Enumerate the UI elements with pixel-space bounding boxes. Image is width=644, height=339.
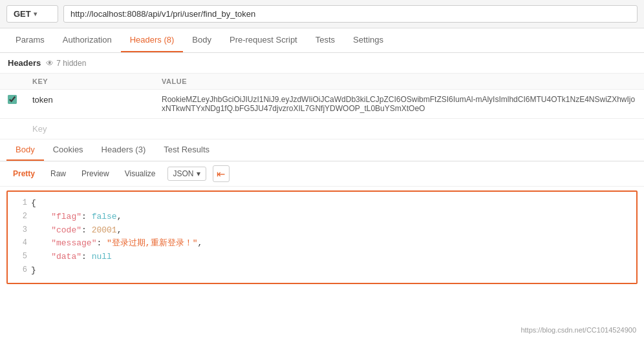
- json-line-6: 6}: [14, 264, 630, 278]
- body-tab-body[interactable]: Body: [6, 139, 44, 161]
- json-content-2: "flag": false,: [31, 211, 630, 224]
- wrap-icon[interactable]: ⇤: [213, 165, 230, 182]
- tab-authorization[interactable]: Authorization: [54, 28, 121, 52]
- kv-row-1: Key: [0, 119, 644, 139]
- tab-params[interactable]: Params: [6, 28, 54, 52]
- kv-value-0: RookieMZLeyJhbGciOiJIUzI1NiJ9.eyJzdWIiOi…: [154, 90, 644, 119]
- kv-value-1: [154, 119, 644, 139]
- json-content-1: {: [31, 197, 630, 211]
- resp-btn-pretty[interactable]: Pretty: [6, 167, 41, 181]
- response-toolbar: PrettyRawPreviewVisualizeJSON ▾⇤: [0, 161, 644, 187]
- method-label: GET: [14, 9, 31, 19]
- resp-btn-preview[interactable]: Preview: [75, 167, 116, 181]
- line-num-6: 6: [14, 264, 27, 278]
- kv-row-0: tokenRookieMZLeyJhbGciOiJIUzI1NiJ9.eyJzd…: [0, 90, 644, 119]
- line-num-3: 3: [14, 224, 27, 238]
- method-chevron-icon: ▾: [34, 10, 37, 17]
- watermark: https://blog.csdn.net/CC1014524900: [521, 326, 636, 334]
- tab-pre-request-script[interactable]: Pre-request Script: [220, 28, 306, 52]
- row-checkbox-0[interactable]: [8, 95, 17, 104]
- kv-table: KEY VALUE tokenRookieMZLeyJhbGciOiJIUzI1…: [0, 74, 644, 139]
- body-tab-row: BodyCookiesHeaders (3)Test Results: [0, 139, 644, 161]
- line-num-4: 4: [14, 237, 27, 251]
- kv-key-0: token: [25, 90, 154, 119]
- cb-col-header: [0, 74, 25, 90]
- json-line-5: 5 "data": null: [14, 251, 630, 264]
- json-content-3: "code": 20001,: [31, 224, 630, 238]
- format-label: JSON: [173, 169, 194, 178]
- kv-key-placeholder-1[interactable]: Key: [25, 119, 154, 139]
- resp-btn-raw[interactable]: Raw: [44, 167, 72, 181]
- resp-btn-visualize[interactable]: Visualize: [118, 167, 162, 181]
- line-num-1: 1: [14, 197, 27, 211]
- line-num-2: 2: [14, 211, 27, 224]
- json-line-2: 2 "flag": false,: [14, 211, 630, 224]
- method-select[interactable]: GET ▾: [6, 5, 58, 23]
- url-bar: GET ▾: [0, 0, 644, 28]
- tab-headers--8-[interactable]: Headers (8): [121, 28, 184, 52]
- eye-icon: 👁: [46, 59, 54, 68]
- json-viewer: 1{2 "flag": false,3 "code": 20001,4 "mes…: [8, 192, 636, 283]
- body-tab-headers--3-[interactable]: Headers (3): [92, 139, 155, 161]
- tab-body[interactable]: Body: [183, 28, 220, 52]
- json-box: 1{2 "flag": false,3 "code": 20001,4 "mes…: [6, 190, 638, 284]
- json-content-6: }: [31, 264, 630, 278]
- key-col-header: KEY: [25, 74, 154, 90]
- body-tab-cookies[interactable]: Cookies: [44, 139, 92, 161]
- tab-settings[interactable]: Settings: [344, 28, 392, 52]
- main-tab-row: ParamsAuthorizationHeaders (8)BodyPre-re…: [0, 28, 644, 53]
- json-line-1: 1{: [14, 197, 630, 211]
- json-line-3: 3 "code": 20001,: [14, 224, 630, 238]
- headers-section-header: Headers 👁 7 hidden: [0, 53, 644, 74]
- json-content-4: "message": "登录过期,重新登录！",: [31, 237, 630, 251]
- json-line-4: 4 "message": "登录过期,重新登录！",: [14, 237, 630, 251]
- body-tab-test-results[interactable]: Test Results: [155, 139, 219, 161]
- format-chevron-icon: ▾: [197, 169, 200, 178]
- line-num-5: 5: [14, 251, 27, 264]
- hidden-count: 7 hidden: [56, 59, 86, 68]
- url-input[interactable]: [63, 5, 638, 23]
- format-select[interactable]: JSON ▾: [167, 167, 206, 181]
- value-col-header: VALUE: [154, 74, 644, 90]
- headers-title: Headers: [8, 58, 41, 68]
- tab-tests[interactable]: Tests: [306, 28, 344, 52]
- hidden-badge: 👁 7 hidden: [46, 59, 86, 68]
- json-content-5: "data": null: [31, 251, 630, 264]
